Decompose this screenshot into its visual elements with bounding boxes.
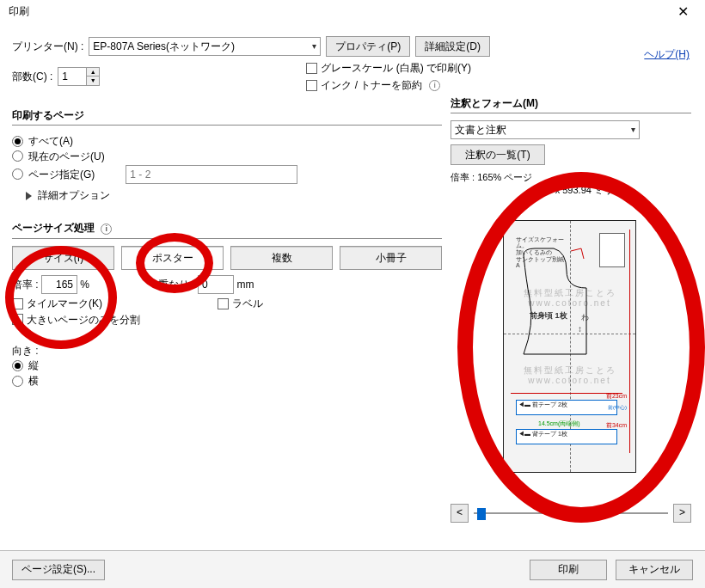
advanced-button[interactable]: 詳細設定(D) (415, 36, 490, 57)
preview-page: 無料型紙工房ことろ www.cotoro.net 無料型紙工房ことろ www.c… (503, 220, 636, 473)
band1-length: 前23cm (606, 393, 627, 400)
printer-selected: EP-807A Series(ネットワーク) (93, 40, 235, 52)
pages-title: 印刷するページ (12, 109, 442, 121)
title-bar: 印刷 ✕ (0, 0, 705, 24)
scale-input[interactable] (41, 275, 77, 294)
properties-button[interactable]: プロパティ(P) (326, 36, 410, 57)
scale-unit: % (80, 279, 89, 291)
checkbox-icon (306, 63, 317, 74)
piece-label: 前身頃 1枚 (530, 312, 567, 321)
preview-nav: < > (451, 504, 691, 523)
printer-select[interactable]: EP-807A Series(ネットワーク) ▾ (89, 37, 321, 56)
overlap-label: 重なり : (158, 279, 195, 291)
checkbox-icon (12, 298, 23, 309)
band2-length-2: 前34cm (606, 422, 627, 429)
more-options-label: 詳細オプション (38, 189, 110, 201)
preview-zoom-label: 倍率 : 165% ページ (451, 172, 691, 183)
printer-row: プリンター(N) : EP-807A Series(ネットワーク) ▾ プロパテ… (12, 36, 693, 57)
save-ink-checkbox[interactable]: インク / トナーを節約 i (306, 79, 471, 91)
chevron-down-icon: ▾ (312, 41, 316, 52)
grayscale-label: グレースケール (白黒) で印刷(Y) (321, 62, 471, 74)
tab-booklet[interactable]: 小冊子 (340, 246, 442, 270)
radio-landscape[interactable] (12, 376, 23, 387)
preview-canvas: 無料型紙工房ことろ www.cotoro.net 無料型紙工房ことろ www.c… (459, 199, 683, 495)
wa-label: わ (581, 314, 589, 322)
annotations-selected: 文書と注釈 (455, 124, 506, 136)
chevron-down-icon: ▾ (631, 125, 635, 135)
sizehandling-tabs: サイズ(I) ポスター 複数 小冊子 (12, 246, 442, 270)
dialog-title: 印刷 (5, 2, 33, 21)
grayscale-checkbox[interactable]: グレースケール (白黒) で印刷(Y) (306, 62, 471, 74)
preview-prev-button[interactable]: < (451, 504, 469, 523)
sizehandling-title: ページサイズ処理 i (12, 222, 442, 235)
spinner-down-icon[interactable]: ▼ (87, 77, 99, 85)
pages-group: すべて(A) 現在のページ(U) ページ指定(G) 詳細オプション (12, 132, 442, 210)
print-dialog: 印刷 ✕ ヘルプ(H) プリンター(N) : EP-807A Series(ネッ… (0, 0, 705, 588)
preview-dimensions: 419.1 x 593.94 ミリ (451, 185, 691, 196)
band1-note: 前(中心) (608, 405, 627, 411)
info-icon[interactable]: i (429, 80, 440, 91)
band-1: ◀▬ 前テープ 2枚 (516, 400, 617, 415)
labels-checkbox[interactable]: ラベル (218, 297, 263, 309)
annotations-title: 注釈とフォーム(M) (451, 97, 691, 109)
pages-all-label: すべて(A) (28, 135, 73, 147)
preview-area: 倍率 : 165% ページ 419.1 x 593.94 ミリ 無料型紙工房こと… (451, 172, 691, 522)
overlap-input[interactable] (198, 275, 234, 294)
watermark-url: www.cotoro.net (504, 376, 635, 386)
printer-label: プリンター(N) : (12, 40, 83, 52)
slider-thumb-icon[interactable] (477, 508, 486, 520)
tilemarks-checkbox[interactable]: タイルマーク(K) (12, 297, 102, 309)
copies-row: 部数(C) : ▲ ▼ グレースケール (白黒) で印刷(Y) インク / トナ… (12, 62, 693, 92)
preview-next-button[interactable]: > (673, 504, 691, 523)
labels-label: ラベル (232, 297, 263, 309)
overlap-unit: mm (236, 279, 254, 291)
checkbox-icon (12, 314, 23, 325)
tab-size[interactable]: サイズ(I) (12, 246, 114, 270)
radio-range[interactable] (12, 168, 23, 180)
pattern-note: サイズスケフォーム。 加いくるみの サンクトップ別紙A (516, 236, 567, 269)
checkbox-icon (306, 80, 317, 91)
orientation-title: 向き : (12, 345, 442, 357)
pages-current-label: 現在のページ(U) (28, 150, 105, 162)
close-icon[interactable]: ✕ (665, 2, 700, 22)
band-2: ◀▬ 背テープ 1枚 (516, 429, 617, 444)
triangle-right-icon (26, 192, 32, 200)
info-block (599, 233, 625, 267)
page-setup-button[interactable]: ページ設定(S)... (12, 560, 105, 580)
pages-range-label: ページ指定(G) (28, 168, 95, 181)
annotations-select[interactable]: 文書と注釈 ▾ (451, 120, 640, 139)
watermark-text: 無料型紙工房ことろ (504, 365, 635, 376)
poster-fields: 倍率 : % 重なり : mm タイルマーク(K) (12, 275, 442, 326)
copies-spinner[interactable]: ▲ ▼ (58, 67, 100, 86)
tab-poster[interactable]: ポスター (121, 246, 224, 270)
portrait-label: 縦 (28, 359, 39, 371)
more-options-toggle[interactable]: 詳細オプション (26, 189, 442, 201)
preview-slider[interactable] (474, 508, 668, 518)
bigpages-checkbox[interactable]: 大きいページのみを分割 (12, 314, 140, 326)
radio-all[interactable] (12, 136, 23, 147)
spinner-up-icon[interactable]: ▲ (87, 68, 99, 77)
save-ink-label: インク / トナーを節約 (321, 79, 422, 91)
spinner-buttons[interactable]: ▲ ▼ (87, 67, 100, 86)
annotations-group: 注釈とフォーム(M) 文書と注釈 ▾ 注釈の一覧(T) (451, 97, 691, 165)
scale-label: 倍率 : (12, 279, 39, 291)
guide-line (629, 230, 630, 453)
copies-input[interactable] (58, 67, 87, 86)
dialog-footer: ページ設定(S)... 印刷 キャンセル (0, 550, 705, 588)
landscape-label: 横 (28, 375, 39, 387)
print-button[interactable]: 印刷 (530, 560, 607, 580)
tilemarks-label: タイルマーク(K) (27, 297, 102, 309)
checkbox-icon (218, 298, 229, 309)
radio-portrait[interactable] (12, 360, 23, 371)
band2-length: 14.5cm(両端側) (538, 420, 580, 427)
help-link[interactable]: ヘルプ(H) (644, 48, 690, 60)
radio-current[interactable] (12, 150, 23, 162)
annotations-summary-button[interactable]: 注釈の一覧(T) (451, 144, 545, 165)
copies-label: 部数(C) : (12, 70, 52, 83)
bigpages-label: 大きいページのみを分割 (27, 314, 140, 326)
cancel-button[interactable]: キャンセル (616, 560, 693, 580)
tab-multiple[interactable]: 複数 (230, 246, 333, 270)
info-icon[interactable]: i (101, 224, 112, 235)
pages-range-input[interactable] (126, 165, 297, 184)
orientation-group: 向き : 縦 横 (12, 345, 442, 387)
